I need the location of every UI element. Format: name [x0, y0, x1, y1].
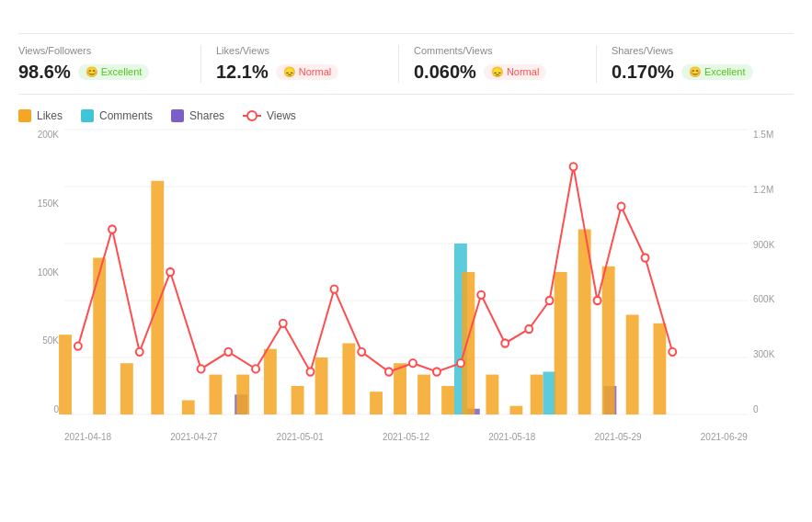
views-point — [307, 368, 315, 375]
bar-likes — [370, 392, 383, 414]
y-axis-right: 0300K600K900K1.2M1.5M — [748, 130, 794, 414]
bar-likes — [182, 401, 195, 415]
x-label: 2021-04-18 — [64, 432, 111, 442]
metric-label-likes-views: Likes/Views — [216, 45, 383, 56]
views-point — [570, 163, 578, 170]
y-left-label: 200K — [38, 130, 59, 140]
legend-label-likes: Likes — [37, 109, 63, 122]
legend-label-comments: Comments — [99, 109, 153, 122]
bar-likes — [93, 258, 106, 415]
metric-value-shares-views: 0.170% — [612, 62, 674, 83]
metric-likes-views: Likes/Views12.1%😞 Normal — [201, 45, 399, 83]
y-right-label: 1.2M — [753, 185, 773, 195]
metric-value-likes-views: 12.1% — [216, 62, 269, 83]
x-label: 2021-05-01 — [277, 432, 324, 442]
bar-likes — [602, 267, 615, 414]
legend-color-likes — [18, 109, 31, 122]
views-point — [74, 342, 82, 349]
views-point — [358, 348, 365, 356]
views-point — [546, 297, 554, 304]
bar-likes — [151, 181, 164, 414]
legend-item-shares: Shares — [171, 109, 224, 122]
x-label: 2021-04-27 — [170, 432, 217, 442]
metric-badge-likes-views: 😞 Normal — [276, 64, 339, 80]
y-left-label: 150K — [38, 199, 59, 209]
views-point — [525, 325, 532, 333]
y-right-label: 300K — [753, 349, 774, 359]
y-right-label: 0 — [753, 404, 759, 414]
views-point — [669, 348, 676, 356]
y-left-label: 0 — [53, 404, 59, 414]
y-right-label: 600K — [753, 294, 774, 304]
main-container: Views/Followers98.6%😊 ExcellentLikes/Vie… — [0, 0, 812, 522]
views-point — [457, 359, 464, 367]
metric-badge-comments-views: 😞 Normal — [484, 64, 547, 80]
y-left-label: 100K — [38, 267, 59, 278]
metric-label-shares-views: Shares/Views — [612, 45, 779, 56]
legend-color-comments — [81, 109, 94, 122]
bar-likes — [486, 375, 498, 414]
x-label: 2021-05-12 — [383, 432, 429, 442]
bar-likes — [653, 323, 666, 414]
legend-label-shares: Shares — [189, 109, 224, 122]
legend-line-views — [243, 115, 261, 117]
chart-legend: LikesCommentsSharesViews — [18, 109, 794, 122]
legend-item-likes: Likes — [18, 109, 63, 122]
bar-likes — [120, 363, 133, 414]
bar-likes — [509, 406, 522, 414]
bar-likes — [462, 272, 475, 414]
y-axis-left: 050K100K150K200K — [18, 130, 64, 414]
metric-badge-shares-views: 😊 Excellent — [681, 64, 753, 80]
bar-likes — [394, 363, 406, 414]
views-point — [477, 291, 485, 299]
chart-container: 050K100K150K200K 0300K600K900K1.2M1.5M 2… — [18, 130, 794, 442]
views-point — [252, 365, 259, 372]
legend-item-views: Views — [243, 109, 296, 122]
views-point — [409, 359, 417, 367]
x-label: 2021-05-29 — [594, 432, 641, 442]
y-left-label: 50K — [42, 335, 59, 346]
metric-comments-views: Comments/Views0.060%😞 Normal — [399, 45, 597, 83]
views-point — [433, 368, 440, 375]
chart-svg — [64, 130, 748, 414]
views-point — [224, 348, 232, 356]
bar-likes — [210, 375, 223, 414]
views-point — [198, 365, 205, 372]
views-point — [594, 297, 601, 304]
views-point — [618, 203, 625, 210]
metric-value-views-followers: 98.6% — [18, 62, 71, 83]
bar-likes — [626, 315, 639, 415]
bar-comments — [543, 372, 556, 415]
bar-likes — [555, 272, 567, 414]
bar-likes — [315, 357, 328, 414]
y-right-label: 1.5M — [753, 130, 773, 140]
views-point — [109, 225, 116, 233]
metric-label-views-followers: Views/Followers — [18, 45, 186, 56]
bar-likes — [342, 344, 355, 415]
views-point — [166, 268, 174, 276]
views-point — [280, 320, 287, 327]
bar-likes — [236, 375, 249, 414]
bar-likes — [264, 349, 277, 414]
legend-item-comments: Comments — [81, 109, 153, 122]
bar-likes — [417, 375, 430, 414]
bar-likes — [292, 386, 304, 414]
legend-color-shares — [171, 109, 184, 122]
views-point — [501, 339, 509, 346]
views-point — [642, 254, 649, 261]
metric-shares-views: Shares/Views0.170%😊 Excellent — [597, 45, 794, 83]
metric-badge-views-followers: 😊 Excellent — [78, 64, 150, 80]
legend-label-views: Views — [267, 109, 296, 122]
metric-value-comments-views: 0.060% — [414, 62, 476, 83]
bar-likes — [59, 335, 72, 414]
x-label: 2021-06-29 — [701, 432, 748, 442]
bar-likes — [531, 375, 543, 414]
views-point — [136, 348, 143, 356]
x-label: 2021-05-18 — [488, 432, 535, 442]
views-point — [385, 368, 393, 375]
x-axis: 2021-04-182021-04-272021-05-012021-05-12… — [64, 432, 748, 442]
metric-views-followers: Views/Followers98.6%😊 Excellent — [18, 45, 201, 83]
metrics-row: Views/Followers98.6%😊 ExcellentLikes/Vie… — [18, 33, 794, 95]
metric-label-comments-views: Comments/Views — [414, 45, 581, 56]
views-point — [331, 285, 338, 292]
